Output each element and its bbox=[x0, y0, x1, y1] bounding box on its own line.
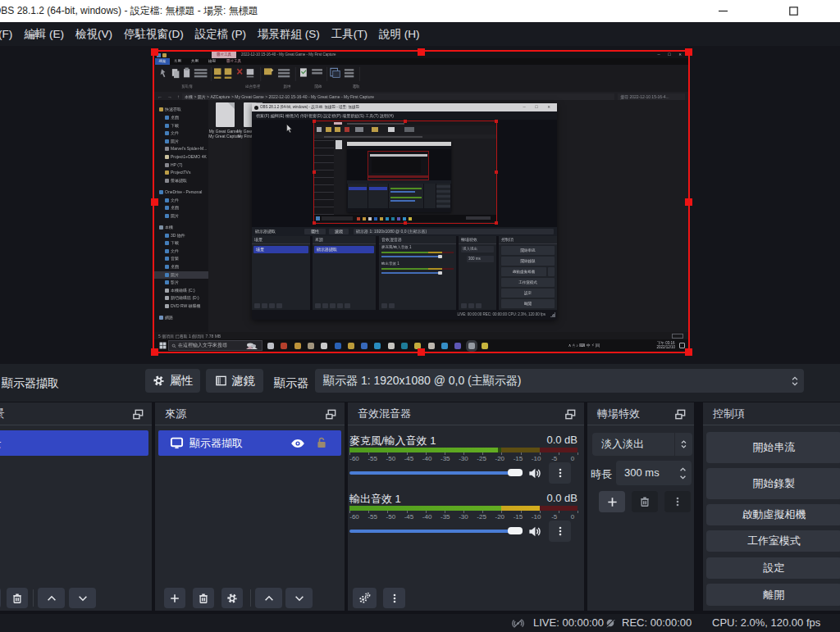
selection-handle[interactable] bbox=[685, 348, 692, 356]
lock-icon[interactable] bbox=[315, 436, 328, 449]
mixer-channel-menu-button[interactable] bbox=[549, 521, 571, 542]
duration-spinbox[interactable]: 300 ms bbox=[616, 461, 692, 485]
meter-scale-label: -5 bbox=[546, 513, 564, 521]
volume-slider[interactable] bbox=[349, 469, 523, 476]
scenes-dock-title: 場景 bbox=[0, 402, 5, 425]
captured-ui-fragment bbox=[390, 200, 415, 202]
exit-button[interactable]: 離開 bbox=[706, 584, 840, 606]
selection-handle[interactable] bbox=[685, 48, 692, 56]
captured-mini-button bbox=[315, 303, 321, 308]
menu-item[interactable]: 停駐視窗(D) bbox=[124, 27, 184, 42]
source-move-down-button[interactable] bbox=[285, 588, 313, 608]
popout-icon[interactable] bbox=[564, 408, 577, 421]
selection-handle[interactable] bbox=[418, 348, 425, 356]
captured-display-combo: 顯示器 1: 1920x1080 @ 0,0 (主顯示器) bbox=[354, 229, 554, 234]
selection-handle[interactable] bbox=[685, 198, 692, 206]
captured-obs-menu-items: 檔案(F) 編輯(E) 檢視(V) 停駐視窗(D) 設定檔(P) 場景群組(S)… bbox=[252, 113, 394, 118]
captured-ui-fragment bbox=[397, 217, 400, 221]
duration-spin-arrows[interactable] bbox=[678, 461, 687, 485]
mixer-menu-button[interactable] bbox=[383, 588, 405, 608]
menu-item[interactable]: 設定檔 (P) bbox=[195, 27, 246, 42]
volume-slider-handle[interactable] bbox=[508, 527, 523, 534]
captured-taskbar-app-icon bbox=[428, 343, 435, 349]
captured-nav-item: HP (7) bbox=[154, 161, 208, 169]
volume-slider[interactable] bbox=[349, 527, 523, 534]
scene-list-item-selected[interactable]: 場景 bbox=[0, 430, 148, 456]
captured-explorer-window-buttons: ─ ☐ ✕ bbox=[658, 52, 686, 58]
popout-icon[interactable] bbox=[674, 408, 687, 421]
captured-transitions-dock: 轉場特效 淡入淡出 300 ms bbox=[459, 236, 496, 310]
source-move-up-button[interactable] bbox=[255, 588, 282, 608]
start-virtual-camera-button[interactable]: 啟動虛擬相機 bbox=[706, 504, 840, 525]
menu-item[interactable]: 編輯 (E) bbox=[24, 27, 64, 42]
captured-ui-fragment bbox=[355, 127, 363, 132]
start-streaming-button[interactable]: 開始串流 bbox=[706, 432, 840, 463]
source-properties-button[interactable] bbox=[221, 588, 243, 608]
captured-nav-item: 螢幕擷取 bbox=[154, 177, 208, 184]
captured-ui-fragment bbox=[357, 217, 360, 221]
advanced-audio-properties-button[interactable] bbox=[353, 588, 377, 608]
remove-scene-button[interactable] bbox=[7, 588, 28, 608]
start-recording-button[interactable]: 開始錄製 bbox=[706, 468, 840, 499]
captured-taskbar-app-icon bbox=[388, 343, 395, 349]
speaker-icon[interactable] bbox=[527, 525, 541, 539]
captured-obs-status-bar: LIVE: 00:00:00 REC: 00:00:00 CPU: 2.3%, … bbox=[252, 310, 557, 320]
captured-control-button: 設定 bbox=[501, 289, 555, 298]
scene-move-down-button[interactable] bbox=[69, 588, 96, 608]
meter-scale: -60-55-50-45-40-35-30-25-20-15-10-50 bbox=[345, 455, 582, 462]
volume-slider-track[interactable] bbox=[349, 471, 523, 475]
rec-inactive-icon bbox=[605, 617, 616, 629]
add-transition-button[interactable] bbox=[599, 491, 625, 512]
captured-duration-spin: 300 ms bbox=[467, 256, 494, 262]
add-source-button[interactable] bbox=[164, 588, 185, 608]
settings-label: 設定 bbox=[764, 561, 785, 575]
speaker-icon[interactable] bbox=[527, 466, 541, 480]
selection-handle[interactable] bbox=[418, 48, 425, 56]
menu-bar: 檔案(F)編輯 (E)檢視(V)停駐視窗(D)設定檔 (P)場景群組 (S)工具… bbox=[0, 22, 840, 46]
display-select[interactable]: 顯示器 1: 1920x1080 @ 0,0 (主顯示器) bbox=[315, 369, 804, 393]
visibility-eye-icon[interactable] bbox=[290, 436, 305, 451]
selection-handle[interactable] bbox=[151, 348, 158, 356]
menu-item[interactable]: 檔案(F) bbox=[0, 27, 12, 42]
captured-selection-handle bbox=[495, 171, 498, 174]
captured-ribbon-tabs: 檔案 常用 共用 檢視 圖片工具 bbox=[154, 58, 688, 65]
mixer-channel-menu-button[interactable] bbox=[549, 462, 571, 484]
add-scene-button[interactable] bbox=[0, 588, 1, 608]
captured-ribbon-group-label: 開啟 bbox=[315, 84, 322, 89]
window-minimize-button[interactable] bbox=[710, 0, 735, 22]
popout-icon[interactable] bbox=[132, 408, 144, 421]
obs-application-window: OBS 28.1.2 (64-bit, windows) - 設定檔: 無標題 … bbox=[0, 0, 840, 632]
captured-control-button: 工作室模式 bbox=[501, 278, 555, 287]
studio-mode-label: 工作室模式 bbox=[747, 534, 801, 548]
window-maximize-button[interactable] bbox=[781, 0, 806, 22]
chevron-up-icon bbox=[791, 375, 799, 381]
captured-tray-icons: ∧ 🖰 ♪ ⌨ 中 ⚡ 回 bbox=[568, 339, 600, 352]
transition-select[interactable]: 淡入淡出 bbox=[592, 433, 692, 456]
settings-button[interactable]: 設定 bbox=[706, 557, 840, 579]
volume-slider-handle[interactable] bbox=[508, 469, 523, 476]
remove-source-button[interactable] bbox=[193, 588, 214, 608]
meter-scale-label: -10 bbox=[527, 513, 546, 521]
studio-mode-button[interactable]: 工作室模式 bbox=[706, 530, 840, 552]
filters-button[interactable]: 濾鏡 bbox=[206, 369, 263, 393]
remove-transition-button[interactable] bbox=[632, 491, 658, 512]
menu-item[interactable]: 場景群組 (S) bbox=[258, 27, 320, 42]
live-time: LIVE: 00:00:00 bbox=[533, 614, 604, 632]
selection-handle[interactable] bbox=[151, 198, 158, 206]
menu-item[interactable]: 說明 (H) bbox=[379, 27, 420, 42]
menu-item[interactable]: 檢視(V) bbox=[75, 27, 112, 42]
captured-mini-button bbox=[337, 303, 343, 308]
captured-ui-fragment bbox=[347, 123, 404, 125]
selection-handle[interactable] bbox=[151, 48, 158, 56]
display-capture-source[interactable]: 圖片工具 2022-12-10 15-16-40 - My Great Game… bbox=[154, 52, 688, 352]
volume-slider-track[interactable] bbox=[349, 530, 523, 533]
transition-properties-button[interactable] bbox=[664, 491, 691, 512]
meter-scale-label: -60 bbox=[345, 513, 363, 521]
meter-scale-label: 0 bbox=[564, 455, 582, 462]
popout-icon[interactable] bbox=[325, 408, 337, 421]
scene-move-up-button[interactable] bbox=[38, 588, 65, 608]
menu-item[interactable]: 工具(T) bbox=[331, 27, 368, 42]
properties-button[interactable]: 屬性 bbox=[145, 369, 200, 393]
source-list-item-selected[interactable]: 顯示器擷取 bbox=[158, 430, 341, 456]
duration-value: 300 ms bbox=[624, 461, 660, 485]
